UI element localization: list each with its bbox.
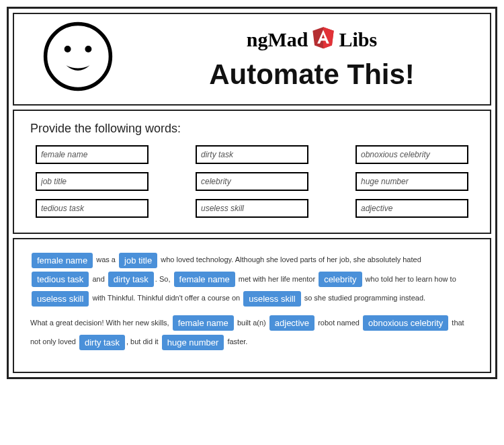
chip-obnoxious-celebrity: obnoxious celebrity <box>363 315 448 331</box>
input-tedious-task[interactable] <box>36 199 149 218</box>
chip-dirty-task: dirty task <box>108 272 154 287</box>
input-job-title[interactable] <box>36 172 149 191</box>
inputs-section: Provide the following words: <box>13 110 491 234</box>
chip-tedious-task: tedious task <box>32 272 89 287</box>
brand-pre: ngMad <box>247 28 308 51</box>
story-paragraph-2: What a great decision! With her new skil… <box>30 313 474 352</box>
chip-female-name: female name <box>174 272 235 287</box>
title-block: ngMad Libs Automate This! <box>142 26 482 91</box>
chip-useless-skill: useless skill <box>243 291 300 307</box>
smiley-face-icon <box>41 19 115 96</box>
inputs-prompt: Provide the following words: <box>30 122 474 136</box>
input-female-name[interactable] <box>36 145 149 164</box>
input-obnoxious-celebrity[interactable] <box>355 145 468 164</box>
chip-huge-number: huge number <box>162 335 224 350</box>
header: ngMad Libs Automate This! <box>13 13 491 106</box>
svg-point-0 <box>46 24 111 89</box>
input-dirty-task[interactable] <box>196 145 308 164</box>
angular-shield-icon <box>312 26 335 54</box>
input-celebrity[interactable] <box>196 172 308 191</box>
brand-logo: ngMad Libs <box>142 26 482 54</box>
svg-point-2 <box>85 46 91 52</box>
chip-celebrity: celebrity <box>319 272 362 287</box>
story-title: Automate This! <box>142 58 482 91</box>
svg-point-1 <box>65 46 71 52</box>
input-adjective[interactable] <box>355 199 468 218</box>
chip-female-name: female name <box>32 253 93 268</box>
chip-job-title: job title <box>119 253 157 268</box>
chip-female-name: female name <box>173 315 234 331</box>
inputs-grid <box>30 145 474 218</box>
input-huge-number[interactable] <box>355 172 468 191</box>
chip-adjective: adjective <box>269 315 314 331</box>
chip-useless-skill: useless skill <box>32 291 89 307</box>
story-section: female name was a job title who loved te… <box>13 238 491 373</box>
app-frame: ngMad Libs Automate This! Provide the fo… <box>7 7 497 379</box>
story-paragraph-1: female name was a job title who loved te… <box>30 250 474 308</box>
chip-dirty-task: dirty task <box>79 335 125 350</box>
brand-post: Libs <box>339 28 377 51</box>
input-useless-skill[interactable] <box>196 199 308 218</box>
